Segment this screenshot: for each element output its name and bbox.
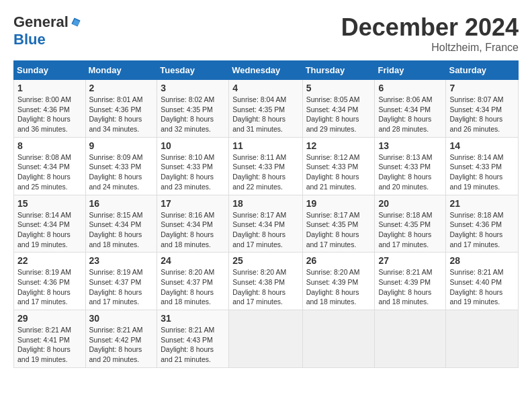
sunrise-text: Sunrise: 8:08 AM (17, 153, 71, 161)
day-number: 29 (17, 313, 82, 324)
day-number: 22 (17, 255, 82, 266)
sunrise-text: Sunrise: 8:11 AM (232, 153, 286, 161)
day-of-week-header: Wednesday (229, 61, 302, 80)
sunrise-text: Sunrise: 8:07 AM (449, 95, 503, 103)
day-number: 28 (449, 255, 515, 266)
sunrise-text: Sunrise: 8:18 AM (449, 211, 503, 219)
day-number: 7 (449, 83, 515, 93)
daylight-text: Daylight: 8 hours and 18 minutes. (306, 288, 359, 306)
day-info: Sunrise: 8:16 AMSunset: 4:34 PMDaylight:… (161, 210, 225, 250)
day-info: Sunrise: 8:11 AMSunset: 4:33 PMDaylight:… (232, 152, 298, 192)
daylight-text: Daylight: 8 hours and 22 minutes. (232, 173, 285, 191)
sunrise-text: Sunrise: 8:01 AM (89, 95, 143, 103)
day-number: 20 (378, 198, 442, 209)
sunrise-text: Sunrise: 8:19 AM (17, 268, 71, 276)
sunset-text: Sunset: 4:38 PM (232, 278, 285, 286)
sunset-text: Sunset: 4:34 PM (161, 220, 213, 228)
sunrise-text: Sunrise: 8:17 AM (232, 211, 286, 219)
daylight-text: Daylight: 8 hours and 19 minutes. (449, 173, 502, 191)
day-of-week-header: Tuesday (157, 61, 229, 80)
day-number: 4 (232, 83, 298, 93)
sunset-text: Sunset: 4:36 PM (89, 105, 142, 113)
calendar-day-cell: 4Sunrise: 8:04 AMSunset: 4:35 PMDaylight… (229, 80, 302, 138)
calendar-day-cell: 12Sunrise: 8:12 AMSunset: 4:33 PMDayligh… (302, 137, 375, 195)
day-number: 17 (161, 198, 225, 209)
calendar-day-cell (229, 310, 302, 368)
calendar-day-cell: 26Sunrise: 8:20 AMSunset: 4:39 PMDayligh… (302, 253, 375, 310)
calendar-day-cell: 14Sunrise: 8:14 AMSunset: 4:33 PMDayligh… (446, 137, 519, 195)
day-number: 16 (89, 198, 154, 209)
calendar-week-row: 22Sunrise: 8:19 AMSunset: 4:36 PMDayligh… (14, 253, 519, 310)
calendar-day-cell (375, 310, 446, 368)
sunrise-text: Sunrise: 8:17 AM (306, 211, 360, 219)
daylight-text: Daylight: 8 hours and 17 minutes. (378, 230, 431, 248)
calendar-day-cell: 21Sunrise: 8:18 AMSunset: 4:36 PMDayligh… (446, 195, 519, 253)
sunset-text: Sunset: 4:41 PM (17, 336, 70, 344)
day-number: 15 (17, 198, 82, 209)
sunrise-text: Sunrise: 8:21 AM (89, 326, 143, 334)
day-info: Sunrise: 8:21 AMSunset: 4:40 PMDaylight:… (449, 267, 515, 307)
sunrise-text: Sunrise: 8:19 AM (89, 268, 143, 276)
calendar-day-cell: 19Sunrise: 8:17 AMSunset: 4:35 PMDayligh… (302, 195, 375, 253)
day-info: Sunrise: 8:05 AMSunset: 4:34 PMDaylight:… (306, 95, 371, 134)
day-info: Sunrise: 8:19 AMSunset: 4:37 PMDaylight:… (89, 267, 154, 307)
sunset-text: Sunset: 4:34 PM (17, 163, 70, 171)
sunset-text: Sunset: 4:35 PM (378, 220, 431, 228)
day-number: 10 (161, 140, 225, 151)
calendar-day-cell: 5Sunrise: 8:05 AMSunset: 4:34 PMDaylight… (302, 80, 375, 138)
day-number: 25 (232, 255, 298, 266)
day-info: Sunrise: 8:00 AMSunset: 4:36 PMDaylight:… (17, 95, 82, 134)
sunset-text: Sunset: 4:36 PM (17, 105, 70, 113)
sunset-text: Sunset: 4:37 PM (89, 278, 142, 286)
sunset-text: Sunset: 4:42 PM (89, 336, 142, 344)
day-info: Sunrise: 8:01 AMSunset: 4:36 PMDaylight:… (89, 95, 154, 134)
day-info: Sunrise: 8:19 AMSunset: 4:36 PMDaylight:… (17, 267, 82, 307)
day-number: 3 (161, 83, 225, 93)
sunrise-text: Sunrise: 8:18 AM (378, 211, 432, 219)
day-of-week-header: Thursday (302, 61, 375, 80)
daylight-text: Daylight: 8 hours and 32 minutes. (161, 115, 214, 133)
location-title: Holtzheim, France (341, 42, 519, 54)
calendar-day-cell: 13Sunrise: 8:13 AMSunset: 4:33 PMDayligh… (375, 137, 446, 195)
day-of-week-header: Friday (375, 61, 446, 80)
sunrise-text: Sunrise: 8:13 AM (378, 153, 432, 161)
day-info: Sunrise: 8:21 AMSunset: 4:39 PMDaylight:… (378, 267, 442, 307)
day-number: 14 (449, 140, 515, 151)
day-info: Sunrise: 8:21 AMSunset: 4:42 PMDaylight:… (89, 325, 154, 365)
sunset-text: Sunset: 4:43 PM (161, 336, 213, 344)
calendar-day-cell (302, 310, 375, 368)
day-info: Sunrise: 8:12 AMSunset: 4:33 PMDaylight:… (306, 152, 371, 192)
sunrise-text: Sunrise: 8:21 AM (161, 326, 214, 334)
sunrise-text: Sunrise: 8:20 AM (306, 268, 360, 276)
day-info: Sunrise: 8:18 AMSunset: 4:36 PMDaylight:… (449, 210, 515, 250)
daylight-text: Daylight: 8 hours and 20 minutes. (378, 173, 431, 191)
day-number: 11 (232, 140, 298, 151)
sunset-text: Sunset: 4:39 PM (378, 278, 431, 286)
day-of-week-header: Monday (85, 61, 157, 80)
sunrise-text: Sunrise: 8:15 AM (89, 211, 143, 219)
day-number: 30 (89, 313, 154, 324)
calendar-day-cell: 23Sunrise: 8:19 AMSunset: 4:37 PMDayligh… (85, 253, 157, 310)
daylight-text: Daylight: 8 hours and 17 minutes. (232, 230, 285, 248)
sunrise-text: Sunrise: 8:14 AM (449, 153, 503, 161)
daylight-text: Daylight: 8 hours and 24 minutes. (89, 173, 142, 191)
calendar-day-cell: 31Sunrise: 8:21 AMSunset: 4:43 PMDayligh… (157, 310, 229, 368)
day-number: 23 (89, 255, 154, 266)
sunset-text: Sunset: 4:35 PM (161, 105, 213, 113)
sunrise-text: Sunrise: 8:21 AM (17, 326, 71, 334)
day-number: 5 (306, 83, 371, 93)
sunset-text: Sunset: 4:33 PM (306, 163, 359, 171)
calendar-container: SundayMondayTuesdayWednesdayThursdayFrid… (7, 57, 525, 375)
calendar-day-cell: 10Sunrise: 8:10 AMSunset: 4:33 PMDayligh… (157, 137, 229, 195)
sunrise-text: Sunrise: 8:02 AM (161, 95, 214, 103)
day-info: Sunrise: 8:07 AMSunset: 4:34 PMDaylight:… (449, 95, 515, 134)
daylight-text: Daylight: 8 hours and 21 minutes. (161, 345, 214, 363)
day-of-week-header: Saturday (446, 61, 519, 80)
day-info: Sunrise: 8:18 AMSunset: 4:35 PMDaylight:… (378, 210, 442, 250)
day-info: Sunrise: 8:20 AMSunset: 4:37 PMDaylight:… (161, 267, 225, 307)
sunrise-text: Sunrise: 8:05 AM (306, 95, 360, 103)
sunset-text: Sunset: 4:34 PM (89, 220, 142, 228)
day-number: 21 (449, 198, 515, 209)
daylight-text: Daylight: 8 hours and 31 minutes. (232, 115, 285, 133)
daylight-text: Daylight: 8 hours and 19 minutes. (17, 345, 71, 363)
